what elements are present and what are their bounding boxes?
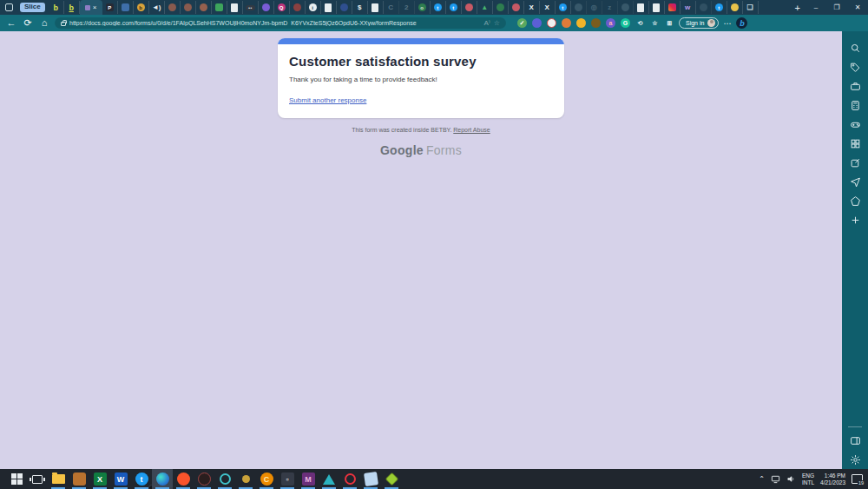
file-explorer-app[interactable] [48, 469, 69, 489]
shopping-tag-icon[interactable] [845, 57, 865, 76]
gold-b-tab[interactable]: b [134, 1, 149, 14]
instagram-tab[interactable] [665, 1, 681, 14]
notification-center-icon[interactable]: 19 [852, 474, 863, 484]
document-tab[interactable] [227, 1, 243, 14]
send-plane-icon[interactable] [845, 172, 865, 191]
maroon-tab[interactable] [290, 1, 306, 14]
red-circle-tab[interactable] [462, 1, 477, 14]
orange-c-app[interactable]: C [256, 469, 277, 489]
info-tab[interactable]: i [306, 1, 321, 14]
bet365-tab[interactable]: b [49, 1, 64, 14]
tab-save-tab[interactable]: ❏ [743, 1, 759, 14]
calculator-icon[interactable] [845, 96, 865, 115]
collections-icon[interactable]: ⊞ [665, 18, 674, 28]
faded-dot-tab[interactable] [571, 1, 587, 14]
bet365-tab[interactable]: b [64, 1, 80, 14]
refresh-icon[interactable]: ⟳ [22, 18, 34, 28]
document-tab[interactable] [321, 1, 337, 14]
restore-button[interactable]: ❐ [826, 0, 847, 15]
orange-extension[interactable] [562, 18, 571, 28]
green-circle-tab[interactable] [493, 1, 509, 14]
purple-a-extension[interactable]: a [606, 18, 615, 28]
home-icon[interactable]: ⌂ [38, 18, 50, 28]
purple-circle-tab[interactable] [259, 1, 274, 14]
network-icon[interactable] [771, 474, 780, 484]
green-o-tab[interactable]: o [415, 1, 431, 14]
teal-a-app[interactable] [319, 469, 339, 489]
x-tab[interactable]: X [524, 1, 540, 14]
twitter-tab[interactable]: t [446, 1, 462, 14]
darkred-ring-app[interactable] [194, 469, 214, 489]
new-tab-button[interactable]: + [795, 3, 800, 13]
language-indicator[interactable]: ENG INTL [802, 472, 814, 486]
brown-circle-tab[interactable] [196, 1, 212, 14]
blue-doc-app[interactable] [360, 469, 381, 489]
w-purple-tab[interactable]: w [681, 1, 696, 14]
twitter-tab[interactable]: t [431, 1, 446, 14]
hidden-icons-chevron[interactable]: ⌃ [759, 475, 765, 483]
faded-ring-tab[interactable]: ◎ [587, 1, 602, 14]
task-view-button[interactable] [27, 469, 48, 489]
word-app[interactable]: W [110, 469, 131, 489]
x-tab[interactable]: X [540, 1, 556, 14]
gold-coin-extension[interactable] [576, 18, 586, 28]
speaker-tab[interactable]: ◄) [149, 1, 165, 14]
twitter-app[interactable]: t [131, 469, 152, 489]
shield-extension[interactable] [532, 18, 542, 28]
tab-close-icon[interactable]: × [93, 4, 97, 11]
sync-icon[interactable]: ⟲ [635, 18, 645, 28]
close-button[interactable]: ✕ [847, 0, 868, 15]
dots-pill-tab[interactable]: •• [243, 1, 259, 14]
report-abuse-link[interactable]: Report Abuse [453, 127, 490, 133]
twitter-tab[interactable]: t [556, 1, 571, 14]
faded-circle-tab[interactable] [696, 1, 712, 14]
document-tab[interactable] [368, 1, 384, 14]
clock[interactable]: 1:46 PM 4/21/2023 [820, 472, 845, 486]
green-g-extension[interactable]: G [621, 18, 630, 28]
navy-circle-tab[interactable] [337, 1, 352, 14]
window-app[interactable]: ▫ [277, 469, 298, 489]
gold-pill-app[interactable] [235, 469, 256, 489]
photos-app[interactable] [69, 469, 89, 489]
add-sidebar-item-icon[interactable] [845, 210, 865, 229]
green-check-extension[interactable]: ✓ [517, 18, 527, 28]
submit-another-response-link[interactable]: Submit another response [289, 96, 366, 104]
window-menu-icon[interactable] [5, 3, 13, 11]
faded-dot-tab[interactable] [618, 1, 634, 14]
dollar-tab[interactable]: $ [352, 1, 368, 14]
green-triangle-tab[interactable]: ▲ [477, 1, 493, 14]
document-tab[interactable] [649, 1, 665, 14]
red-circle-tab[interactable] [509, 1, 524, 14]
tab-group-label[interactable]: Slice [20, 3, 45, 12]
two-faded-tab[interactable]: 2 [399, 1, 415, 14]
brown-circle-tab[interactable] [181, 1, 196, 14]
sign-in-button[interactable]: Sign in [679, 17, 719, 29]
green-square-tab[interactable] [212, 1, 227, 14]
teal-ring-app[interactable] [214, 469, 235, 489]
compose-icon[interactable] [845, 153, 865, 172]
faded-z-tab[interactable]: z [602, 1, 618, 14]
brave-app[interactable] [173, 469, 194, 489]
excel-app[interactable]: X [89, 469, 110, 489]
search-icon[interactable] [845, 38, 865, 57]
brown-circle-tab[interactable] [165, 1, 181, 14]
shapes-icon[interactable] [845, 191, 865, 210]
gold-bird-tab[interactable] [727, 1, 743, 14]
blue-square-tab[interactable] [118, 1, 134, 14]
bing-icon[interactable]: b [736, 17, 747, 29]
edge-app[interactable] [152, 469, 173, 489]
apps-grid-icon[interactable] [845, 134, 865, 153]
document-tab[interactable] [634, 1, 649, 14]
c-faded-tab[interactable]: C [384, 1, 399, 14]
url-text[interactable]: https://docs.google.com/forms/u/0/d/e/1F… [69, 20, 481, 26]
purple-m-app[interactable]: M [298, 469, 319, 489]
minimize-button[interactable]: – [806, 0, 826, 15]
address-bar[interactable]: https://docs.google.com/forms/u/0/d/e/1F… [55, 17, 506, 29]
white-red-extension[interactable] [547, 18, 556, 28]
read-aloud-icon[interactable]: A⁾ [484, 19, 490, 27]
green-layers-app[interactable] [381, 469, 402, 489]
browser-menu-icon[interactable]: ⋯ [723, 19, 732, 28]
add-favorite-icon[interactable]: ☆ [494, 19, 500, 27]
start-button[interactable] [6, 469, 27, 489]
favorites-star-icon[interactable]: ☆ [650, 18, 660, 28]
